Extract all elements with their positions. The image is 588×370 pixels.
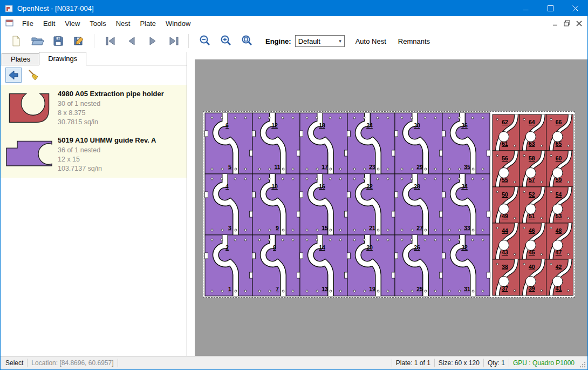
nested-part-pair[interactable]: 3231 — [442, 235, 490, 296]
nested-part-pair[interactable]: 5655 — [493, 151, 519, 187]
nested-part-pair[interactable]: 5049 — [493, 187, 519, 223]
drawing-nested-count: 30 of 1 nested — [58, 99, 187, 109]
nested-part-pair[interactable]: 1211 — [252, 113, 300, 174]
save-as-button[interactable] — [70, 32, 89, 50]
part-number-label: 53 — [556, 213, 562, 219]
part-number-label: 54 — [556, 191, 562, 198]
nested-part-pair[interactable]: 5453 — [546, 187, 573, 223]
part-number-label: 64 — [529, 119, 535, 125]
status-size: Size: 60 x 120 — [439, 359, 480, 367]
sidebar-tabs: Plates Drawings — [1, 52, 187, 65]
drawing-title: 4980 A05 Extraction pipe holder — [58, 90, 187, 98]
close-button[interactable] — [563, 1, 587, 16]
open-folder-button[interactable] — [28, 32, 47, 50]
minimize-icon — [523, 5, 529, 11]
nested-part-pair[interactable]: 2019 — [347, 235, 395, 296]
nested-part-pair[interactable]: 6463 — [519, 115, 546, 151]
menu-edit[interactable]: Edit — [38, 17, 60, 30]
zoom-in-icon — [219, 34, 233, 48]
drawing-list-item[interactable]: 4980 A05 Extraction pipe holder 30 of 1 … — [1, 85, 187, 131]
nested-part-pair[interactable]: 1817 — [300, 113, 348, 174]
engine-label: Engine: — [265, 37, 291, 45]
document-window-icon[interactable] — [5, 19, 14, 27]
mdi-close-button[interactable] — [573, 18, 585, 29]
part-number-label: 38 — [502, 264, 508, 270]
go-first-button[interactable] — [101, 32, 120, 50]
menu-plate[interactable]: Plate — [135, 17, 161, 30]
nested-part-pair[interactable]: 4847 — [546, 223, 573, 259]
menu-nest[interactable]: Nest — [111, 17, 135, 30]
remnants-button[interactable]: Remnants — [397, 34, 431, 49]
status-mode: Select — [5, 359, 23, 367]
minimize-button[interactable] — [513, 1, 538, 16]
maximize-button[interactable] — [538, 1, 563, 16]
new-document-button[interactable] — [6, 32, 26, 50]
nested-part-pair[interactable]: 109 — [252, 174, 300, 235]
add-to-nest-button[interactable] — [5, 68, 22, 83]
menu-tools[interactable]: Tools — [85, 17, 111, 30]
nested-part-pair[interactable]: 4645 — [519, 223, 546, 259]
nested-part-pair[interactable]: 6059 — [546, 151, 573, 187]
menu-file[interactable]: File — [17, 17, 38, 30]
drawings-list: 4980 A05 Extraction pipe holder 30 of 1 … — [1, 85, 187, 178]
nested-part-pair[interactable]: 2221 — [347, 174, 395, 235]
part-number-label: 15 — [322, 225, 328, 231]
nested-part-pair[interactable]: 1615 — [300, 174, 348, 235]
drawing-list-item[interactable]: 5019 A10 UHMW guide Rev. A 36 of 1 neste… — [1, 131, 187, 178]
nested-part-pair[interactable]: 2625 — [395, 235, 443, 296]
go-previous-button[interactable] — [122, 32, 141, 50]
plate[interactable]: 6512111817242330293635431091615222128273… — [203, 111, 575, 298]
go-previous-icon — [125, 34, 139, 48]
nested-part-pair[interactable]: 3837 — [493, 259, 519, 295]
menu-view[interactable]: View — [60, 17, 85, 30]
tab-plates[interactable]: Plates — [2, 53, 39, 65]
menu-window[interactable]: Window — [161, 17, 195, 30]
nested-part-pair[interactable]: 4241 — [546, 259, 573, 295]
part-number-label: 45 — [529, 249, 535, 255]
part-number-label: 61 — [502, 140, 508, 147]
zoom-fit-button[interactable] — [237, 32, 257, 50]
nested-part-pair[interactable]: 4443 — [493, 223, 519, 259]
nest-canvas[interactable]: 6512111817242330293635431091615222128273… — [187, 52, 587, 356]
go-next-button[interactable] — [143, 32, 162, 50]
nest-layout[interactable]: 6512111817242330293635431091615222128273… — [203, 112, 575, 297]
part-number-label: 24 — [366, 122, 373, 129]
nested-part-pair[interactable]: 2827 — [395, 174, 443, 235]
nested-part-pair[interactable]: 3635 — [442, 113, 490, 174]
engine-value: Default — [298, 37, 320, 45]
part-number-label: 57 — [529, 177, 535, 183]
part-number-label: 58 — [529, 155, 535, 162]
nested-part-pair[interactable]: 5857 — [519, 151, 546, 187]
nested-part-pair[interactable]: 87 — [252, 235, 300, 296]
statusbar-separator — [434, 359, 435, 367]
resize-grip[interactable] — [579, 361, 586, 369]
nested-part-pair[interactable]: 3433 — [442, 174, 490, 235]
drawings-toolbar — [1, 65, 187, 85]
mdi-restore-button[interactable] — [561, 18, 573, 29]
nested-part-pair[interactable]: 5251 — [519, 187, 546, 223]
zoom-out-button[interactable] — [195, 32, 215, 50]
nested-part-pair[interactable]: 2423 — [347, 113, 395, 174]
part-number-label: 20 — [366, 244, 373, 251]
nested-part-pair[interactable]: 6261 — [493, 115, 519, 151]
mdi-minimize-button[interactable] — [549, 18, 561, 29]
part-number-label: 22 — [366, 183, 373, 190]
nested-part-pair[interactable]: 21 — [205, 235, 253, 296]
part-number-label: 36 — [461, 122, 468, 129]
nested-part-pair[interactable]: 3029 — [395, 113, 443, 174]
nested-part-pair[interactable]: 1413 — [300, 235, 348, 296]
nested-part-pair[interactable]: 43 — [205, 174, 253, 235]
nested-part-pair[interactable]: 6665 — [546, 115, 573, 151]
clean-button[interactable] — [25, 68, 42, 83]
zoom-in-button[interactable] — [216, 32, 236, 50]
part-number-label: 52 — [529, 191, 535, 198]
go-last-button[interactable] — [164, 32, 183, 50]
save-button[interactable] — [49, 32, 68, 50]
tab-drawings[interactable]: Drawings — [39, 52, 86, 65]
mdi-restore-icon — [564, 20, 570, 26]
nested-part-pair[interactable]: 65 — [205, 113, 253, 174]
engine-select[interactable]: Default ▾ — [295, 35, 345, 47]
part-number-label: 41 — [556, 285, 562, 292]
nested-part-pair[interactable]: 4039 — [519, 259, 546, 295]
auto-nest-button[interactable]: Auto Nest — [354, 34, 387, 49]
